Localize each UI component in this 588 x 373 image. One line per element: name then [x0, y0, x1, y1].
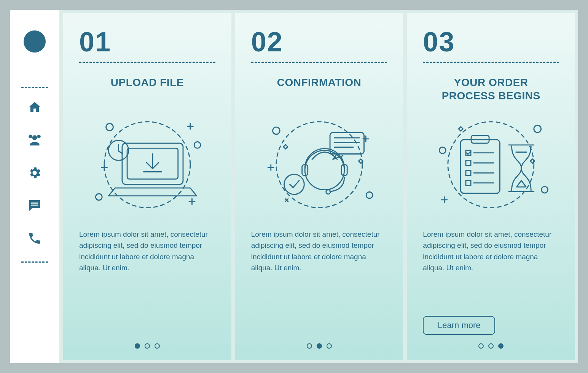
step-number: 01	[79, 28, 215, 56]
card-confirmation: 02 CONFIRMATION	[235, 13, 403, 360]
sidebar	[10, 10, 59, 363]
svg-rect-0	[31, 202, 38, 204]
card-title: UPLOAD FILE	[79, 76, 215, 104]
pager-dot[interactable]	[307, 343, 312, 349]
phone-icon[interactable]	[27, 231, 42, 247]
svg-rect-29	[466, 160, 471, 165]
support-illustration-icon	[251, 104, 387, 222]
svg-point-10	[272, 127, 280, 134]
onboarding-frame: 01 UPLOAD FILE	[10, 10, 578, 363]
svg-point-9	[276, 122, 362, 208]
card-body: Lorem ipsum dolor sit amet, consectetur …	[423, 229, 559, 312]
divider	[423, 62, 559, 63]
card-body: Lorem ipsum dolor sit amet, consectetur …	[79, 229, 215, 335]
svg-point-20	[284, 174, 304, 194]
card-body: Lorem ipsum dolor sit amet, consectetur …	[251, 229, 387, 335]
pager-dot[interactable]	[317, 343, 322, 349]
pager	[251, 343, 387, 349]
pager-dot[interactable]	[155, 343, 160, 349]
pager-dot[interactable]	[145, 343, 150, 349]
svg-point-5	[96, 194, 102, 200]
upload-illustration-icon	[79, 104, 215, 222]
pager-dot[interactable]	[498, 343, 504, 349]
svg-point-23	[542, 186, 548, 193]
svg-point-11	[366, 192, 373, 198]
card-title: YOUR ORDER PROCESS BEGINS	[423, 76, 559, 104]
svg-point-2	[104, 122, 190, 208]
pager-dot[interactable]	[135, 343, 140, 349]
chat-icon[interactable]	[27, 198, 42, 214]
svg-rect-16	[330, 132, 364, 154]
learn-more-button[interactable]: Learn more	[423, 316, 495, 335]
logo-dot-icon	[24, 30, 46, 53]
card-title: CONFIRMATION	[251, 76, 387, 104]
divider	[79, 62, 215, 63]
svg-rect-1	[31, 205, 38, 206]
pager-dot[interactable]	[327, 343, 332, 349]
step-number: 03	[423, 28, 559, 56]
pager-dot[interactable]	[488, 343, 494, 349]
users-icon[interactable]	[27, 133, 42, 149]
gear-icon[interactable]	[27, 166, 42, 182]
sidebar-nav	[27, 100, 42, 247]
divider	[251, 62, 387, 63]
pager-dot[interactable]	[478, 343, 484, 349]
svg-point-3	[106, 123, 113, 131]
process-illustration-icon	[423, 104, 559, 222]
divider	[21, 87, 48, 88]
pager	[79, 343, 215, 349]
divider	[21, 261, 48, 263]
svg-point-12	[305, 150, 344, 190]
svg-point-24	[440, 147, 446, 154]
svg-point-4	[194, 142, 201, 148]
svg-point-22	[534, 125, 541, 132]
card-upload-file: 01 UPLOAD FILE	[63, 13, 231, 360]
cards-row: 01 UPLOAD FILE	[63, 10, 578, 363]
home-icon[interactable]	[27, 100, 42, 116]
svg-rect-31	[466, 171, 471, 175]
pager	[423, 343, 559, 349]
step-number: 02	[251, 28, 387, 56]
svg-rect-33	[466, 180, 471, 185]
card-order-process: 03 YOUR ORDER PROCESS BEGINS	[407, 13, 575, 360]
